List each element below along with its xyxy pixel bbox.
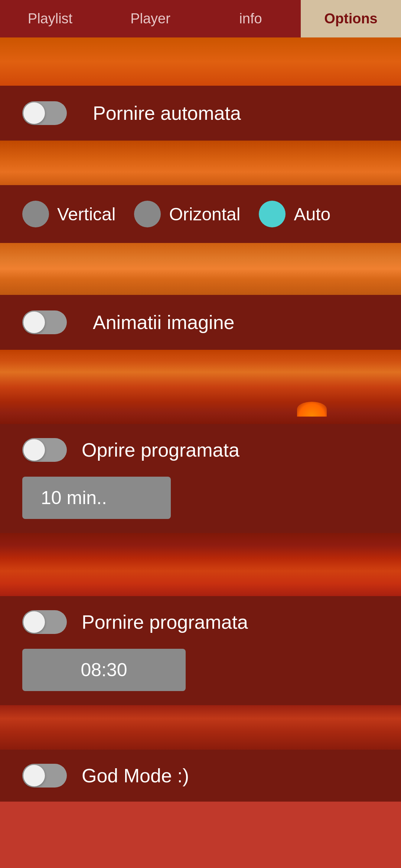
radio-group-orientation: Vertical Orizontal Auto	[22, 201, 330, 227]
tab-player[interactable]: Player	[100, 0, 200, 37]
animatii-imagine-toggle[interactable]	[22, 310, 67, 334]
tab-options[interactable]: Options	[301, 0, 401, 37]
oprire-programata-label: Oprire programata	[82, 439, 239, 461]
radio-orizontal-circle	[134, 201, 161, 227]
animatii-imagine-row: Animatii imagine	[0, 295, 401, 350]
toggle-knob-4	[23, 611, 45, 633]
radio-vertical[interactable]: Vertical	[22, 201, 115, 227]
pornire-programata-value-box[interactable]: 08:30	[22, 649, 186, 691]
separator-4	[0, 350, 401, 424]
pornire-programata-row: Pornire programata 08:30	[0, 596, 401, 705]
tab-bar: Playlist Player info Options	[0, 0, 401, 37]
separator-2	[0, 141, 401, 185]
radio-vertical-circle	[22, 201, 49, 227]
radio-auto[interactable]: Auto	[259, 201, 330, 227]
radio-auto-circle	[259, 201, 286, 227]
tab-info[interactable]: info	[200, 0, 301, 37]
tab-playlist[interactable]: Playlist	[0, 0, 100, 37]
oprire-programata-toggle[interactable]	[22, 438, 67, 462]
oprire-programata-row: Oprire programata 10 min..	[0, 424, 401, 533]
radio-orizontal[interactable]: Orizontal	[134, 201, 240, 227]
separator-3	[0, 243, 401, 295]
animatii-imagine-label: Animatii imagine	[93, 311, 235, 333]
toggle-knob-3	[23, 439, 45, 461]
god-mode-label: God Mode :)	[82, 765, 189, 787]
orientation-row: Vertical Orizontal Auto	[0, 185, 401, 243]
pornire-automata-toggle[interactable]	[22, 101, 67, 125]
radio-vertical-label: Vertical	[57, 204, 115, 224]
radio-auto-label: Auto	[294, 204, 330, 224]
separator-6	[0, 705, 401, 750]
oprire-programata-value-box[interactable]: 10 min..	[22, 477, 171, 519]
separator-1	[0, 37, 401, 86]
radio-orizontal-label: Orizontal	[169, 204, 240, 224]
god-mode-row: God Mode :)	[0, 750, 401, 802]
sun-orb	[297, 402, 327, 417]
pornire-programata-toggle[interactable]	[22, 610, 67, 634]
separator-5	[0, 533, 401, 596]
pornire-programata-value: 08:30	[41, 659, 167, 681]
toggle-knob	[23, 102, 45, 124]
toggle-knob-5	[23, 765, 45, 786]
toggle-knob-2	[23, 312, 45, 333]
pornire-programata-label: Pornire programata	[82, 611, 248, 633]
god-mode-toggle[interactable]	[22, 764, 67, 788]
oprire-programata-value: 10 min..	[41, 487, 107, 508]
pornire-automata-row: Pornire automata	[0, 86, 401, 141]
pornire-automata-label: Pornire automata	[93, 102, 241, 124]
